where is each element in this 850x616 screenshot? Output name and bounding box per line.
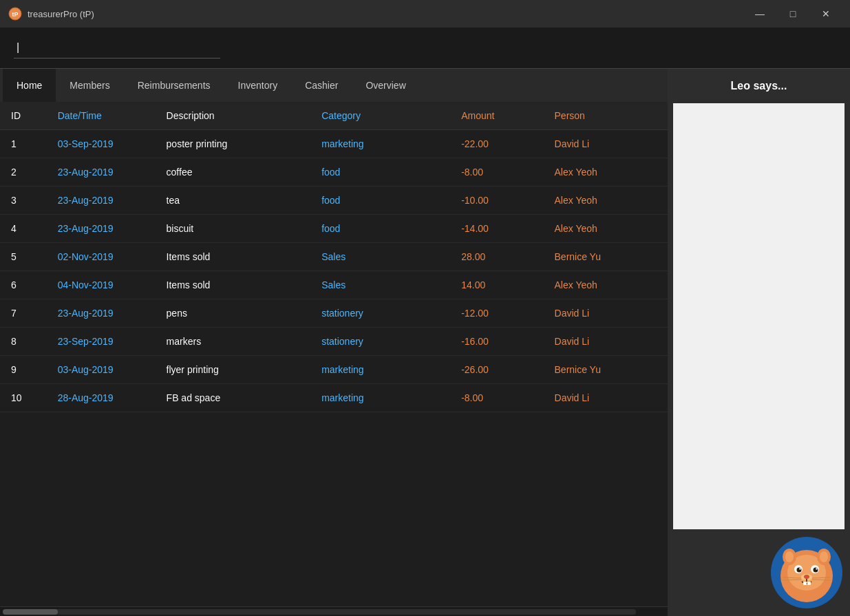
svg-rect-22 <box>803 582 807 585</box>
cell-person: Bernice Yu <box>544 356 668 384</box>
cell-desc: coffee <box>156 158 311 187</box>
cell-id: 1 <box>0 130 47 158</box>
cell-amount: -8.00 <box>450 158 543 187</box>
cell-date: 23-Aug-2019 <box>47 215 156 243</box>
cell-category: Sales <box>310 243 450 271</box>
cell-category: marketing <box>310 356 450 384</box>
cell-amount: 28.00 <box>450 243 543 271</box>
cell-person: David Li <box>544 299 668 328</box>
maximize-button[interactable]: □ <box>777 3 809 25</box>
tab-cashier[interactable]: Cashier <box>291 69 352 102</box>
cell-date: 23-Sep-2019 <box>47 328 156 356</box>
cell-desc: markers <box>156 328 311 356</box>
svg-point-7 <box>785 551 794 562</box>
table-row[interactable]: 8 23-Sep-2019 markers stationery -16.00 … <box>0 328 668 356</box>
cell-date: 04-Nov-2019 <box>47 271 156 299</box>
cell-id: 6 <box>0 271 47 299</box>
table-row[interactable]: 2 23-Aug-2019 coffee food -8.00 Alex Yeo… <box>0 158 668 187</box>
cell-desc: poster printing <box>156 130 311 158</box>
cell-category: marketing <box>310 130 450 158</box>
svg-rect-23 <box>807 582 811 585</box>
cell-desc: FB ad space <box>156 384 311 412</box>
tab-members[interactable]: Members <box>56 69 123 102</box>
table-container[interactable]: ID Date/Time Description Category Amount… <box>0 102 668 606</box>
cell-person: Alex Yeoh <box>544 158 668 187</box>
table-row[interactable]: 5 02-Nov-2019 Items sold Sales 28.00 Ber… <box>0 243 668 271</box>
cell-amount: -16.00 <box>450 328 543 356</box>
svg-point-8 <box>820 551 828 562</box>
transactions-table: ID Date/Time Description Category Amount… <box>0 102 668 412</box>
cell-amount: -12.00 <box>450 299 543 328</box>
scroll-thumb <box>3 609 58 615</box>
cell-id: 4 <box>0 215 47 243</box>
cell-category: food <box>310 215 450 243</box>
cell-id: 2 <box>0 158 47 187</box>
cell-desc: biscuit <box>156 215 311 243</box>
svg-point-12 <box>814 568 818 573</box>
cell-amount: -26.00 <box>450 356 543 384</box>
cell-person: David Li <box>544 384 668 412</box>
cell-category: food <box>310 187 450 215</box>
svg-point-11 <box>797 568 802 573</box>
leo-says-header: Leo says... <box>668 69 850 103</box>
search-input[interactable] <box>14 38 220 59</box>
cell-category: food <box>310 158 450 187</box>
cell-amount: -8.00 <box>450 384 543 412</box>
cell-person: Alex Yeoh <box>544 215 668 243</box>
cell-id: 7 <box>0 299 47 328</box>
main-container: Home Members Reimbursements Inventory Ca… <box>0 69 850 616</box>
cell-person: Alex Yeoh <box>544 187 668 215</box>
tab-home[interactable]: Home <box>3 69 56 102</box>
title-bar-controls: — □ ✕ <box>744 3 842 25</box>
tab-inventory[interactable]: Inventory <box>224 69 292 102</box>
cell-date: 23-Aug-2019 <box>47 158 156 187</box>
cell-id: 5 <box>0 243 47 271</box>
tab-reimbursements[interactable]: Reimbursements <box>124 69 224 102</box>
cell-person: Alex Yeoh <box>544 271 668 299</box>
title-bar-left: tP treasurerPro (tP) <box>8 7 94 21</box>
close-button[interactable]: ✕ <box>810 3 842 25</box>
cell-desc: pens <box>156 299 311 328</box>
cell-date: 02-Nov-2019 <box>47 243 156 271</box>
table-row[interactable]: 10 28-Aug-2019 FB ad space marketing -8.… <box>0 384 668 412</box>
table-row[interactable]: 3 23-Aug-2019 tea food -10.00 Alex Yeoh <box>0 187 668 215</box>
cell-person: David Li <box>544 328 668 356</box>
header-person: Person <box>544 102 668 130</box>
table-row[interactable]: 9 03-Aug-2019 flyer printing marketing -… <box>0 356 668 384</box>
horizontal-scrollbar[interactable] <box>0 606 668 616</box>
cell-desc: flyer printing <box>156 356 311 384</box>
cell-amount: 14.00 <box>450 271 543 299</box>
cell-amount: -22.00 <box>450 130 543 158</box>
cell-category: marketing <box>310 384 450 412</box>
minimize-button[interactable]: — <box>744 3 776 25</box>
leo-avatar <box>769 535 844 610</box>
tab-overview[interactable]: Overview <box>352 69 419 102</box>
cell-date: 28-Aug-2019 <box>47 384 156 412</box>
cell-date: 23-Aug-2019 <box>47 187 156 215</box>
cell-category: Sales <box>310 271 450 299</box>
table-row[interactable]: 4 23-Aug-2019 biscuit food -14.00 Alex Y… <box>0 215 668 243</box>
app-title: treasurerPro (tP) <box>28 9 94 19</box>
lion-container <box>668 529 850 616</box>
header-id: ID <box>0 102 47 130</box>
header-amount: Amount <box>450 102 543 130</box>
right-panel: Leo says... <box>668 69 850 616</box>
header-desc: Description <box>156 102 311 130</box>
app-icon: tP <box>8 7 22 21</box>
cell-date: 03-Sep-2019 <box>47 130 156 158</box>
table-row[interactable]: 1 03-Sep-2019 poster printing marketing … <box>0 130 668 158</box>
cell-date: 23-Aug-2019 <box>47 299 156 328</box>
title-bar: tP treasurerPro (tP) — □ ✕ <box>0 0 850 28</box>
table-row[interactable]: 7 23-Aug-2019 pens stationery -12.00 Dav… <box>0 299 668 328</box>
cell-id: 3 <box>0 187 47 215</box>
cell-desc: Items sold <box>156 243 311 271</box>
content-area: Home Members Reimbursements Inventory Ca… <box>0 69 668 616</box>
svg-point-16 <box>804 575 809 579</box>
cell-desc: Items sold <box>156 271 311 299</box>
cell-desc: tea <box>156 187 311 215</box>
tab-bar: Home Members Reimbursements Inventory Ca… <box>0 69 668 102</box>
svg-point-13 <box>799 568 800 569</box>
table-row[interactable]: 6 04-Nov-2019 Items sold Sales 14.00 Ale… <box>0 271 668 299</box>
cell-id: 10 <box>0 384 47 412</box>
cell-person: Bernice Yu <box>544 243 668 271</box>
